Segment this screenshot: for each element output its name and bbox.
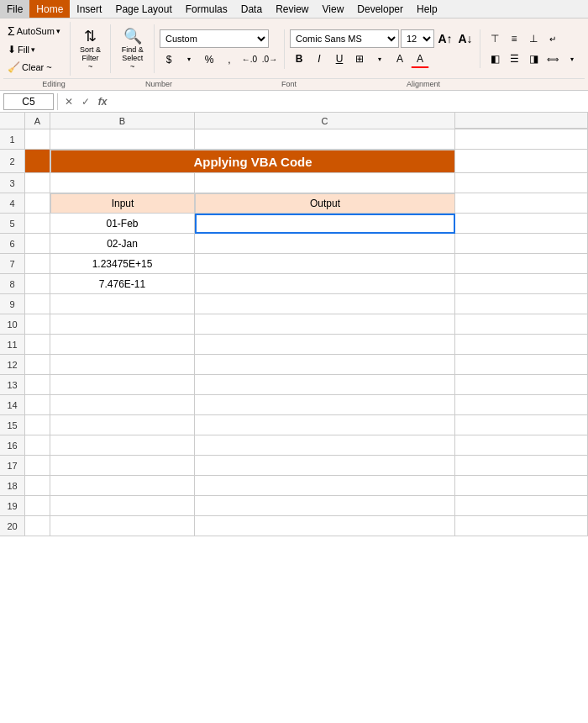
cell-c3[interactable] xyxy=(195,173,455,193)
col-header-c[interactable]: C xyxy=(195,113,455,129)
increase-decimal-button[interactable]: .0→ xyxy=(260,50,279,69)
menu-developer[interactable]: Developer xyxy=(350,0,410,18)
cell-c9[interactable] xyxy=(195,294,455,314)
cell-a9[interactable] xyxy=(25,294,50,314)
cell-a5[interactable] xyxy=(25,214,50,234)
left-align-button[interactable]: ◧ xyxy=(486,50,504,68)
cell-b1[interactable] xyxy=(50,129,195,150)
col-header-a[interactable]: A xyxy=(25,113,50,129)
cell-c17[interactable] xyxy=(195,456,455,476)
cell-a4[interactable] xyxy=(25,193,50,214)
cell-c6[interactable] xyxy=(195,234,455,254)
comma-button[interactable]: , xyxy=(220,50,239,69)
center-align-button[interactable]: ☰ xyxy=(505,50,523,68)
cell-a3[interactable] xyxy=(25,173,50,193)
cell-b16[interactable] xyxy=(50,435,195,456)
italic-button[interactable]: I xyxy=(310,50,328,68)
cell-a20[interactable] xyxy=(25,516,50,536)
number-format-dropdown[interactable]: Custom xyxy=(160,29,269,48)
clear-button[interactable]: 🧹 Clear ~ xyxy=(3,59,56,76)
currency-button[interactable]: $ xyxy=(160,50,178,69)
menu-data[interactable]: Data xyxy=(234,0,269,18)
bottom-align-button[interactable]: ⊥ xyxy=(524,29,543,48)
grow-font-button[interactable]: A↑ xyxy=(436,29,454,48)
autosum-button[interactable]: Σ AutoSum ▾ xyxy=(3,22,65,40)
cell-a12[interactable] xyxy=(25,355,50,375)
fill-button[interactable]: ⬇ Fill ▾ xyxy=(3,41,39,58)
font-size-dropdown[interactable]: 12 xyxy=(401,29,434,48)
cell-b5[interactable]: 01-Feb xyxy=(50,214,195,234)
percent-button[interactable]: % xyxy=(200,50,218,69)
font-name-dropdown[interactable]: Comic Sans MS xyxy=(290,29,399,48)
menu-page-layout[interactable]: Page Layout xyxy=(108,0,178,18)
border-dropdown[interactable]: ▾ xyxy=(370,50,389,68)
cell-c12[interactable] xyxy=(195,355,455,375)
insert-function-button[interactable]: fx xyxy=(95,94,110,109)
cell-b11[interactable] xyxy=(50,335,195,355)
cell-c19[interactable] xyxy=(195,496,455,516)
cell-c1[interactable] xyxy=(195,129,455,150)
cell-b18[interactable] xyxy=(50,476,195,496)
cell-b8[interactable]: 7.476E-11 xyxy=(50,274,195,294)
underline-button[interactable]: U xyxy=(330,50,349,68)
menu-help[interactable]: Help xyxy=(410,0,444,18)
cell-a14[interactable] xyxy=(25,395,50,415)
cancel-formula-button[interactable]: ✕ xyxy=(61,94,76,109)
cell-a10[interactable] xyxy=(25,314,50,335)
formula-input[interactable] xyxy=(113,93,585,110)
cell-c10[interactable] xyxy=(195,314,455,335)
merge-center-button[interactable]: ⟺ xyxy=(543,50,562,68)
fill-color-button[interactable]: A xyxy=(391,50,409,68)
border-button[interactable]: ⊞ xyxy=(350,50,369,68)
cell-a11[interactable] xyxy=(25,335,50,355)
cell-a18[interactable] xyxy=(25,476,50,496)
cell-c18[interactable] xyxy=(195,476,455,496)
middle-align-button[interactable]: ≡ xyxy=(505,29,523,48)
cell-a2[interactable] xyxy=(25,150,50,173)
cell-a17[interactable] xyxy=(25,456,50,476)
cell-b12[interactable] xyxy=(50,355,195,375)
cell-a15[interactable] xyxy=(25,415,50,435)
cell-c7[interactable] xyxy=(195,254,455,274)
cell-b19[interactable] xyxy=(50,496,195,516)
menu-insert[interactable]: Insert xyxy=(70,0,108,18)
cell-c11[interactable] xyxy=(195,335,455,355)
cell-c16[interactable] xyxy=(195,435,455,456)
cell-b10[interactable] xyxy=(50,314,195,335)
cell-b20[interactable] xyxy=(50,516,195,536)
menu-formulas[interactable]: Formulas xyxy=(179,0,234,18)
cell-a7[interactable] xyxy=(25,254,50,274)
cell-b3[interactable] xyxy=(50,173,195,193)
wrap-text-button[interactable]: ↵ xyxy=(543,29,562,48)
cell-reference-box[interactable] xyxy=(3,93,54,110)
input-header[interactable]: Input xyxy=(50,193,195,214)
cell-c13[interactable] xyxy=(195,375,455,395)
cell-a1[interactable] xyxy=(25,129,50,150)
cell-b17[interactable] xyxy=(50,456,195,476)
menu-view[interactable]: View xyxy=(316,0,351,18)
cell-c5[interactable] xyxy=(195,214,455,234)
cell-c15[interactable] xyxy=(195,415,455,435)
font-color-button[interactable]: A xyxy=(411,50,429,68)
cell-b15[interactable] xyxy=(50,415,195,435)
output-header[interactable]: Output xyxy=(195,193,455,214)
cell-a6[interactable] xyxy=(25,234,50,254)
right-align-button[interactable]: ◨ xyxy=(524,50,543,68)
confirm-formula-button[interactable]: ✓ xyxy=(78,94,93,109)
menu-review[interactable]: Review xyxy=(269,0,315,18)
menu-file[interactable]: File xyxy=(0,0,29,18)
cell-a19[interactable] xyxy=(25,496,50,516)
title-cell[interactable]: Applying VBA Code xyxy=(50,150,455,173)
cell-c8[interactable] xyxy=(195,274,455,294)
cell-b6[interactable]: 02-Jan xyxy=(50,234,195,254)
top-align-button[interactable]: ⊤ xyxy=(486,29,504,48)
bold-button[interactable]: B xyxy=(290,50,308,68)
decrease-decimal-button[interactable]: ←.0 xyxy=(240,50,259,69)
cell-a16[interactable] xyxy=(25,435,50,456)
cell-a8[interactable] xyxy=(25,274,50,294)
cell-b9[interactable] xyxy=(50,294,195,314)
currency-dropdown[interactable]: ▾ xyxy=(180,50,198,69)
cell-b13[interactable] xyxy=(50,375,195,395)
shrink-font-button[interactable]: A↓ xyxy=(456,29,475,48)
menu-home[interactable]: Home xyxy=(29,0,70,18)
